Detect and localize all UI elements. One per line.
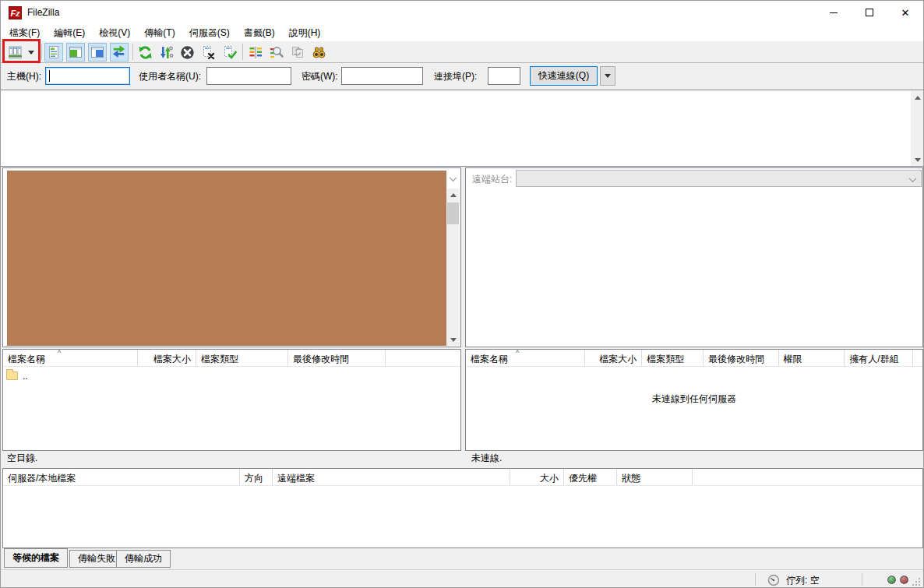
column-header-permissions[interactable]: 權限 <box>779 350 845 366</box>
chevron-down-icon <box>605 74 611 78</box>
column-header-filetype[interactable]: 檔案類型 <box>196 350 288 366</box>
column-header-filename[interactable]: 檔案名稱 ^ <box>466 350 585 366</box>
scroll-down-icon[interactable] <box>446 333 460 346</box>
cancel-button[interactable] <box>178 43 196 62</box>
column-header-size[interactable]: 大小 <box>510 469 564 485</box>
toolbar-separator <box>132 44 133 60</box>
queue-speed-icon[interactable] <box>767 574 780 586</box>
column-header-spacer <box>386 350 460 366</box>
sort-ascending-icon: ^ <box>58 350 61 357</box>
remote-site-combo <box>516 170 922 187</box>
tab-successful-transfers[interactable]: 傳輸成功 <box>116 550 171 568</box>
find-files-button[interactable] <box>309 43 328 62</box>
host-input[interactable] <box>45 67 130 85</box>
port-input[interactable] <box>488 67 520 85</box>
refresh-button[interactable] <box>136 43 154 62</box>
maximize-icon <box>866 9 873 16</box>
column-header-owner-group[interactable]: 擁有人/群組 <box>845 350 913 366</box>
chevron-down-icon <box>28 51 34 55</box>
remote-tree-pane[interactable]: 遠端站台: <box>465 167 923 347</box>
scroll-up-icon[interactable] <box>911 91 924 104</box>
refresh-icon <box>138 45 153 60</box>
message-log-icon <box>47 45 61 59</box>
column-header-filename[interactable]: 檔案名稱 ^ <box>3 350 138 366</box>
site-manager-dropdown[interactable] <box>25 43 37 62</box>
remote-site-combo-chevron <box>907 174 918 185</box>
column-header-modified[interactable]: 最後修改時間 <box>288 350 386 366</box>
toggle-local-tree-button[interactable] <box>66 43 85 62</box>
transfer-queue[interactable]: 伺服器/本地檔案 方向 遠端檔案 大小 優先權 狀態 <box>2 468 923 548</box>
sort-ascending-icon: ^ <box>516 350 519 357</box>
titlebar: Fz FileZilla ✕ <box>1 1 923 24</box>
remote-status-text: 未連線. <box>465 451 923 466</box>
local-site-combo-chevron[interactable] <box>447 173 458 184</box>
quickconnect-dropdown[interactable] <box>600 66 615 86</box>
menu-server[interactable]: 伺服器(S) <box>182 24 237 41</box>
remote-site-label: 遠端站台: <box>472 173 512 186</box>
column-header-filetype[interactable]: 檔案類型 <box>642 350 704 366</box>
menu-file[interactable]: 檔案(F) <box>2 24 47 41</box>
column-header-server-local-file[interactable]: 伺服器/本地檔案 <box>3 469 240 485</box>
column-header-direction[interactable]: 方向 <box>240 469 273 485</box>
close-button[interactable]: ✕ <box>887 1 923 24</box>
menu-transfer[interactable]: 傳輸(T) <box>137 24 182 41</box>
remote-tree-icon <box>90 45 104 59</box>
toolbar <box>1 41 923 63</box>
process-queue-button[interactable] <box>157 43 175 62</box>
scroll-up-icon[interactable] <box>446 188 460 201</box>
tab-queued-files[interactable]: 等候的檔案 <box>4 548 68 568</box>
site-manager-button[interactable] <box>5 43 24 62</box>
column-header-priority[interactable]: 優先權 <box>564 469 617 485</box>
toggle-transfer-queue-button[interactable] <box>110 43 129 62</box>
username-input[interactable] <box>206 67 291 85</box>
process-queue-icon <box>159 45 174 60</box>
local-tree-icon <box>69 45 83 59</box>
close-icon: ✕ <box>901 8 910 18</box>
column-header-modified[interactable]: 最後修改時間 <box>704 350 779 366</box>
column-header-spacer <box>693 469 922 485</box>
chevron-down-icon <box>449 174 457 181</box>
chevron-down-icon <box>908 174 916 182</box>
scroll-down-icon[interactable] <box>911 153 924 166</box>
column-header-filesize[interactable]: 檔案大小 <box>138 350 196 366</box>
local-tree-scrollbar[interactable] <box>446 188 460 346</box>
list-item-parent-dir[interactable]: .. <box>3 368 28 383</box>
remote-file-list[interactable]: 檔案名稱 ^ 檔案大小 檔案類型 最後修改時間 權限 擁有人/群組 未連線到任何… <box>465 349 923 451</box>
column-header-filesize[interactable]: 檔案大小 <box>585 350 642 366</box>
disconnect-button[interactable] <box>199 43 217 62</box>
resize-grip[interactable] <box>912 577 921 586</box>
scrollbar-thumb[interactable] <box>447 202 459 224</box>
toggle-message-log-button[interactable] <box>44 43 63 62</box>
synchronized-browsing-icon <box>291 45 305 60</box>
password-input[interactable] <box>341 67 423 85</box>
toggle-remote-tree-button[interactable] <box>88 43 107 62</box>
transfer-queue-icon <box>112 45 126 59</box>
minimize-button[interactable] <box>816 1 852 24</box>
menu-edit[interactable]: 編輯(E) <box>47 24 92 41</box>
statusbar-separator <box>755 573 756 586</box>
quickconnect-button[interactable]: 快速連線(Q) <box>530 66 598 86</box>
column-header-remote-file[interactable]: 遠端檔案 <box>273 469 510 485</box>
maximize-button[interactable] <box>852 1 887 24</box>
filename-filters-button[interactable] <box>246 43 265 62</box>
directory-comparison-button[interactable] <box>267 43 286 62</box>
local-status-text: 空目錄. <box>1 451 463 466</box>
menu-view[interactable]: 檢視(V) <box>92 24 137 41</box>
menu-help[interactable]: 說明(H) <box>282 24 328 41</box>
menu-bookmarks[interactable]: 書籤(B) <box>237 24 282 41</box>
host-label: 主機(H): <box>7 70 41 83</box>
synchronized-browsing-button[interactable] <box>288 43 307 62</box>
directory-comparison-icon <box>270 45 284 60</box>
statusbar: 佇列: 空 <box>1 569 923 588</box>
message-log-scrollbar[interactable] <box>911 91 924 166</box>
filezilla-window: Fz FileZilla ✕ 檔案(F) 編輯(E) 檢視(V) 傳輸(T) 伺… <box>0 0 924 588</box>
site-manager-icon <box>8 45 23 60</box>
local-file-list[interactable]: 檔案名稱 ^ 檔案大小 檔案類型 最後修改時間 .. <box>2 349 461 451</box>
disconnect-icon <box>201 45 216 60</box>
window-title: FileZilla <box>27 7 59 18</box>
column-header-status[interactable]: 狀態 <box>617 469 693 485</box>
password-label: 密碼(W): <box>302 70 338 83</box>
message-log[interactable] <box>1 90 924 167</box>
minimize-icon <box>830 12 838 13</box>
reconnect-button[interactable] <box>220 43 238 62</box>
